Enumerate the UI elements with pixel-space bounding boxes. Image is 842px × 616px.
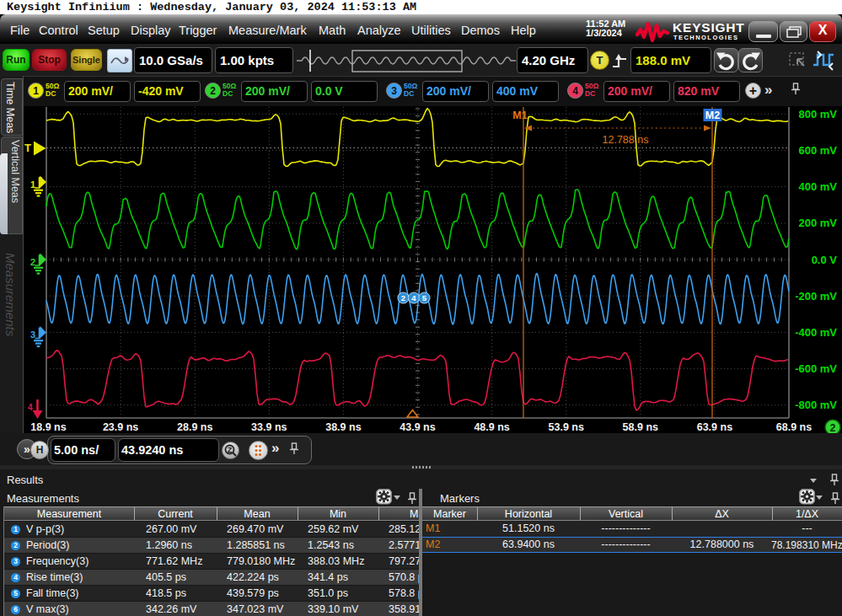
svg-text:4: 4 bbox=[411, 293, 416, 303]
svg-text:-400 mV: -400 mV bbox=[795, 326, 837, 339]
svg-text:5: 5 bbox=[422, 293, 427, 303]
svg-text:1: 1 bbox=[30, 179, 35, 190]
svg-text:68.9 ns: 68.9 ns bbox=[776, 421, 812, 433]
svg-text:M2: M2 bbox=[705, 110, 720, 121]
svg-text:600 mV: 600 mV bbox=[798, 144, 837, 157]
svg-text:-200 mV: -200 mV bbox=[795, 290, 837, 303]
svg-text:33.9 ns: 33.9 ns bbox=[251, 421, 287, 433]
svg-text:800 mV: 800 mV bbox=[798, 108, 837, 121]
svg-text:-800 mV: -800 mV bbox=[795, 399, 837, 411]
svg-text:18.9 ns: 18.9 ns bbox=[30, 421, 66, 433]
svg-text:58.9 ns: 58.9 ns bbox=[623, 421, 658, 433]
svg-text:43.9 ns: 43.9 ns bbox=[400, 421, 435, 433]
svg-text:T: T bbox=[24, 142, 31, 154]
svg-text:2: 2 bbox=[401, 293, 405, 303]
svg-text:-600 mV: -600 mV bbox=[795, 362, 837, 375]
svg-text:3: 3 bbox=[30, 329, 35, 340]
svg-text:200 mV: 200 mV bbox=[798, 217, 837, 229]
svg-text:48.9 ns: 48.9 ns bbox=[474, 421, 509, 433]
svg-text:53.9 ns: 53.9 ns bbox=[549, 421, 584, 433]
svg-text:2: 2 bbox=[830, 422, 836, 434]
svg-text:2: 2 bbox=[30, 257, 35, 267]
svg-text:M1: M1 bbox=[512, 110, 527, 121]
svg-text:63.9 ns: 63.9 ns bbox=[697, 421, 732, 433]
svg-text:23.9 ns: 23.9 ns bbox=[103, 421, 138, 433]
svg-text:0.0 V: 0.0 V bbox=[812, 254, 838, 266]
svg-text:Z: Z bbox=[228, 446, 233, 454]
svg-text:400 mV: 400 mV bbox=[798, 180, 837, 193]
svg-text:28.9 ns: 28.9 ns bbox=[177, 421, 212, 433]
svg-text:4: 4 bbox=[28, 403, 33, 412]
svg-text:12.788 ns: 12.788 ns bbox=[603, 134, 649, 146]
svg-text:38.9 ns: 38.9 ns bbox=[325, 421, 361, 433]
